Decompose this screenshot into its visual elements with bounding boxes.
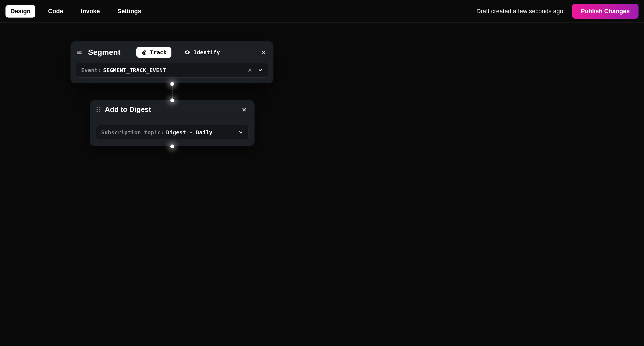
track-icon — [141, 49, 147, 55]
connector-dot-in[interactable] — [170, 98, 174, 102]
subscription-topic-select[interactable]: Subscription topic: Digest - Daily — [96, 125, 248, 140]
event-clear-button[interactable] — [248, 68, 252, 72]
subscription-topic-value: Digest - Daily — [166, 129, 238, 136]
svg-point-7 — [97, 109, 98, 110]
svg-point-10 — [99, 111, 100, 112]
toggle-track[interactable]: Track — [136, 47, 171, 58]
segment-icon — [76, 49, 83, 56]
subscription-topic-label: Subscription topic: — [101, 129, 164, 136]
event-select[interactable]: Event: SEGMENT_TRACK_EVENT — [76, 63, 268, 78]
svg-point-1 — [77, 53, 78, 54]
toggle-track-label: Track — [150, 49, 166, 56]
connector-dot-out[interactable] — [170, 82, 174, 86]
tab-invoke[interactable]: Invoke — [76, 5, 105, 18]
header: Design Code Invoke Settings Draft create… — [0, 0, 644, 23]
svg-point-0 — [81, 51, 82, 52]
digest-node-title: Add to Digest — [105, 105, 151, 114]
header-right: Draft created a few seconds ago Publish … — [476, 4, 639, 19]
svg-point-9 — [97, 111, 98, 112]
segment-node-title: Segment — [88, 48, 120, 57]
eye-icon — [184, 49, 191, 56]
toggle-identify-label: Identify — [193, 49, 220, 56]
segment-toggle-group: Track Identify — [136, 47, 225, 58]
svg-point-5 — [97, 107, 98, 108]
publish-changes-button[interactable]: Publish Changes — [572, 4, 639, 19]
event-value: SEGMENT_TRACK_EVENT — [103, 67, 248, 73]
chevron-down-icon[interactable] — [238, 130, 243, 135]
svg-point-4 — [187, 52, 188, 53]
workflow-canvas[interactable]: Segment Track — [0, 23, 644, 346]
connector-dot-bottom[interactable] — [170, 144, 174, 148]
tab-design[interactable]: Design — [5, 5, 35, 18]
event-label: Event: — [81, 67, 101, 73]
digest-close-button[interactable] — [240, 106, 248, 113]
digest-node[interactable]: Add to Digest Subscription topic: Digest… — [90, 100, 255, 146]
svg-point-2 — [144, 52, 145, 54]
chevron-down-icon[interactable] — [258, 68, 263, 73]
segment-node[interactable]: Segment Track — [70, 41, 273, 83]
tab-code[interactable]: Code — [43, 5, 68, 18]
digest-node-body: Subscription topic: Digest - Daily — [90, 119, 255, 146]
tab-settings[interactable]: Settings — [112, 5, 146, 18]
drag-handle-icon[interactable] — [96, 107, 100, 113]
segment-close-button[interactable] — [259, 49, 268, 56]
digest-node-header: Add to Digest — [90, 100, 255, 119]
draft-status: Draft created a few seconds ago — [476, 8, 563, 15]
svg-point-6 — [99, 107, 100, 108]
toggle-identify[interactable]: Identify — [179, 47, 225, 58]
header-tabs: Design Code Invoke Settings — [5, 5, 146, 18]
segment-node-header: Segment Track — [76, 47, 268, 58]
svg-point-8 — [99, 109, 100, 110]
